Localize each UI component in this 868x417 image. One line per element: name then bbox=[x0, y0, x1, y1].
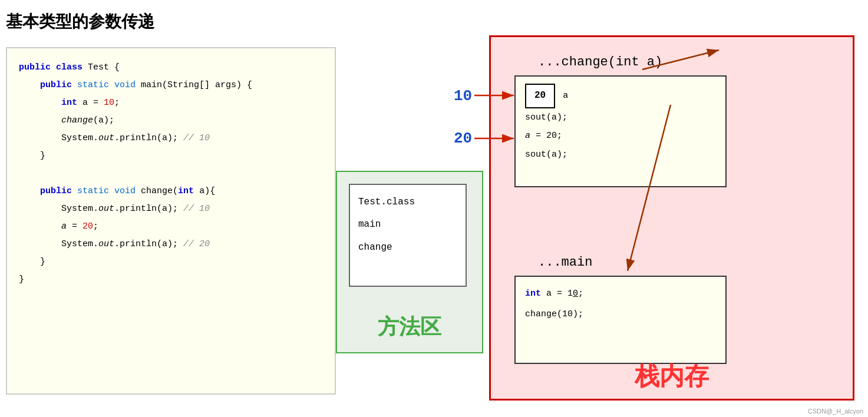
code-line-12: } bbox=[19, 253, 323, 271]
code-line-9: System.out.println(a); // 10 bbox=[19, 200, 323, 218]
method-item-main: main bbox=[358, 213, 457, 236]
code-line-1: public class Test { bbox=[19, 59, 323, 77]
stack-area: ...change(int a) 20 a sout(a); a = 20; s… bbox=[489, 35, 854, 401]
page-title: 基本类型的参数传递 bbox=[6, 11, 154, 33]
code-panel: public class Test { public static void m… bbox=[6, 47, 336, 395]
change-var-box: 20 bbox=[525, 84, 555, 108]
change-var-name: a bbox=[563, 91, 568, 101]
value-10-label: 10 bbox=[454, 87, 472, 105]
watermark: CSDN@_H_alcyon bbox=[808, 408, 863, 415]
code-line-4: change(a); bbox=[19, 112, 323, 130]
main-frame: int a = 10; change(10); bbox=[514, 276, 727, 364]
code-line-13: } bbox=[19, 271, 323, 289]
main-change-line: change(10); bbox=[525, 305, 716, 325]
code-line-2: public static void main(String[] args) { bbox=[19, 77, 323, 94]
code-line-5: System.out.println(a); // 10 bbox=[19, 130, 323, 147]
change-frame-title: ...change(int a) bbox=[538, 55, 662, 70]
method-item-change: change bbox=[358, 236, 457, 259]
change-assign: a = 20; bbox=[525, 127, 716, 145]
code-line-11: System.out.println(a); // 20 bbox=[19, 236, 323, 253]
change-frame: 20 a sout(a); a = 20; sout(a); bbox=[514, 75, 727, 187]
main-frame-title: ...main bbox=[538, 255, 592, 270]
value-20-label: 20 bbox=[454, 130, 472, 147]
change-sout1: sout(a); bbox=[525, 108, 716, 127]
code-line-6: } bbox=[19, 147, 323, 165]
code-line-10: a = 20; bbox=[19, 218, 323, 236]
method-area: Test.class main change 方法区 bbox=[336, 171, 483, 353]
code-line-8: public static void change(int a){ bbox=[19, 183, 323, 200]
main-int-line: int a = 10; bbox=[525, 284, 716, 305]
method-area-label: 方法区 bbox=[378, 313, 441, 342]
stack-label: 栈内存 bbox=[635, 360, 709, 393]
change-sout2: sout(a); bbox=[525, 145, 716, 164]
code-line-7 bbox=[19, 165, 323, 183]
method-item-testclass: Test.class bbox=[358, 191, 457, 213]
code-line-3: int a = 10; bbox=[19, 94, 323, 112]
change-var-row: 20 a bbox=[525, 84, 716, 108]
method-inner: Test.class main change bbox=[349, 184, 467, 287]
